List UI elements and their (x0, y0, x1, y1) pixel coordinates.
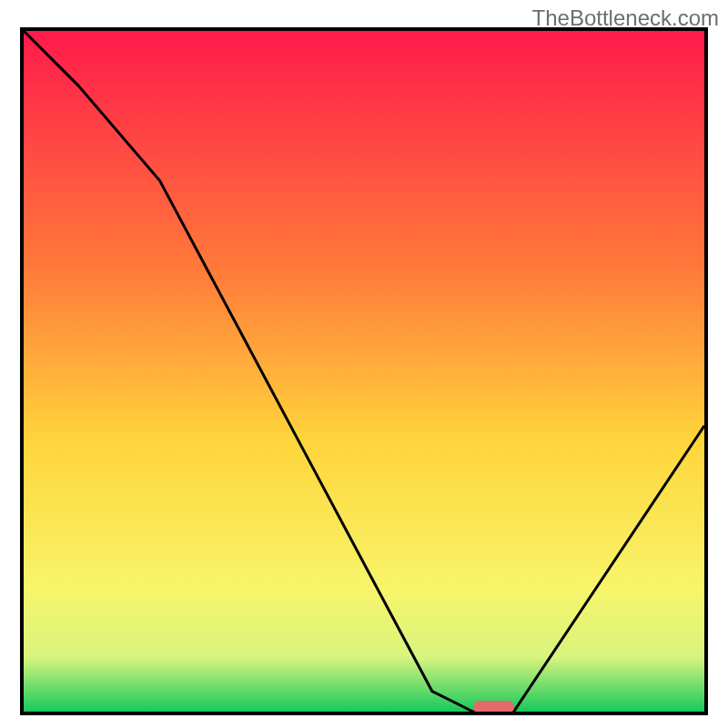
plot-area (20, 27, 708, 715)
bottleneck-curve (24, 31, 704, 712)
optimal-marker (473, 701, 514, 713)
chart-container: TheBottleneck.com (0, 0, 728, 728)
